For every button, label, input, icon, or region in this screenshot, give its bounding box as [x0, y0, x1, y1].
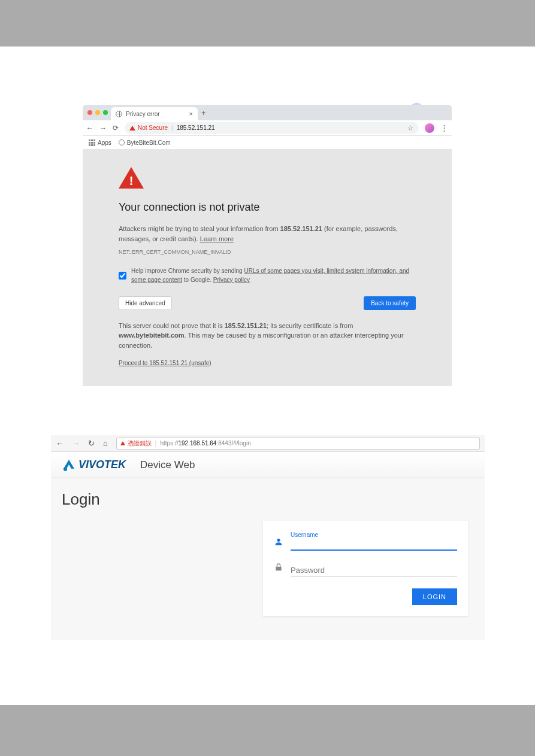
login-heading: Login: [62, 490, 474, 509]
toolbar: ← → ↻ ⌂ 憑證錯誤 | https://192.168.51.64:844…: [51, 435, 485, 452]
logo-icon: [62, 458, 76, 472]
separator: |: [155, 440, 157, 447]
privacy-error-content: ! Your connection is not private Attacke…: [83, 149, 452, 386]
separator: |: [171, 125, 173, 131]
apps-shortcut[interactable]: Apps: [89, 139, 111, 146]
profile-avatar[interactable]: [425, 123, 434, 133]
login-card: Username LOGIN: [263, 521, 468, 616]
help-improve-row: Help improve Chrome security by sending …: [119, 266, 416, 284]
advanced-info: This server could not prove that it is 1…: [119, 321, 416, 351]
maximize-window-icon[interactable]: [103, 110, 108, 115]
close-window-icon[interactable]: [87, 110, 92, 115]
username-input[interactable]: [291, 538, 457, 551]
toolbar: ← → ⟳ Not Secure | 185.52.151.21 ☆ ⋮: [83, 120, 452, 136]
error-heading: Your connection is not private: [119, 199, 416, 215]
home-button[interactable]: ⌂: [103, 439, 108, 448]
forward-button[interactable]: →: [99, 124, 107, 132]
help-improve-checkbox[interactable]: [119, 267, 126, 284]
window-controls: [86, 110, 111, 115]
security-indicator[interactable]: Not Secure: [129, 125, 168, 131]
login-page: Login Username LOGIN: [51, 478, 485, 640]
globe-icon: [116, 111, 122, 117]
secondary-browser-window: ← → ↻ ⌂ 憑證錯誤 | https://192.168.51.64:844…: [51, 435, 485, 640]
user-icon: [274, 537, 285, 551]
new-tab-button[interactable]: +: [201, 108, 206, 117]
tab-strip: Privacy error × +: [83, 105, 452, 120]
warning-triangle-icon: [129, 126, 135, 130]
forward-button[interactable]: →: [72, 439, 80, 448]
hide-advanced-button[interactable]: Hide advanced: [119, 296, 172, 310]
page-title: Device Web: [140, 459, 195, 471]
apps-grid-icon: [89, 139, 95, 146]
app-header: VIVOTEK Device Web: [51, 452, 485, 478]
tab-title: Privacy error: [126, 111, 160, 117]
password-row: [274, 563, 457, 576]
password-input[interactable]: [291, 564, 457, 576]
cert-error-indicator[interactable]: 憑證錯誤: [120, 439, 152, 448]
button-row: Hide advanced Back to safety: [119, 296, 416, 310]
url-text: https://192.168.51.64:8443/#/login: [160, 440, 250, 447]
back-button[interactable]: ←: [56, 439, 64, 448]
username-row: Username: [274, 532, 457, 551]
bookmarks-bar: Apps ByteBiteBit.Com: [83, 136, 452, 149]
bookmark-label: ByteBiteBit.Com: [127, 139, 171, 146]
error-paragraph: Attackers might be trying to steal your …: [119, 224, 416, 244]
learn-more-link[interactable]: Learn more: [200, 235, 234, 242]
back-button[interactable]: ←: [86, 124, 93, 132]
username-label: Username: [291, 532, 457, 538]
warning-triangle-icon: [120, 441, 125, 445]
error-code: NET::ERR_CERT_COMMON_NAME_INVALID: [119, 248, 416, 257]
svg-point-1: [277, 539, 280, 542]
globe-icon: [119, 139, 125, 145]
bookmark-item[interactable]: ByteBiteBit.Com: [119, 139, 171, 146]
not-secure-label: Not Secure: [138, 125, 168, 131]
logo-text: VIVOTEK: [78, 459, 126, 471]
address-bar[interactable]: Not Secure | 185.52.151.21 ☆: [125, 122, 419, 134]
url-text: 185.52.151.21: [177, 125, 215, 131]
back-to-safety-button[interactable]: Back to safety: [364, 296, 416, 310]
menu-kebab-icon[interactable]: ⋮: [440, 123, 448, 132]
bookmark-star-icon[interactable]: ☆: [407, 124, 414, 132]
svg-rect-2: [276, 567, 281, 571]
browser-tab[interactable]: Privacy error ×: [111, 107, 198, 120]
login-button[interactable]: LOGIN: [412, 588, 457, 605]
privacy-policy-link[interactable]: Privacy policy: [213, 277, 250, 283]
warning-triangle-large-icon: !: [119, 167, 144, 189]
address-bar[interactable]: 憑證錯誤 | https://192.168.51.64:8443/#/logi…: [116, 438, 480, 450]
vivotek-logo[interactable]: VIVOTEK: [62, 458, 126, 472]
cert-error-label: 憑證錯誤: [128, 439, 152, 448]
chrome-window: Privacy error × + ← → ⟳ Not Secure | 185…: [83, 105, 452, 386]
lock-icon: [274, 563, 285, 576]
reload-button[interactable]: ↻: [88, 439, 95, 448]
minimize-window-icon[interactable]: [95, 110, 100, 115]
proceed-unsafe-link[interactable]: Proceed to 185.52.151.21 (unsafe): [119, 359, 211, 368]
apps-label: Apps: [98, 139, 111, 146]
svg-point-0: [64, 467, 67, 471]
reload-button[interactable]: ⟳: [113, 124, 119, 132]
close-tab-icon[interactable]: ×: [189, 110, 193, 117]
